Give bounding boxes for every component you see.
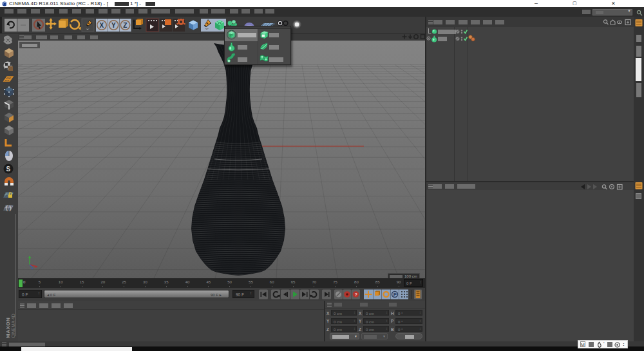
svg-text:S: S [6, 166, 11, 173]
svg-text:?: ? [355, 292, 358, 298]
svg-text:Z: Z [123, 22, 127, 29]
svg-text:Y: Y [111, 22, 116, 29]
svg-text:( ): ( ) [6, 205, 12, 211]
svg-text:P: P [393, 292, 397, 298]
svg-text:X: X [99, 22, 104, 29]
